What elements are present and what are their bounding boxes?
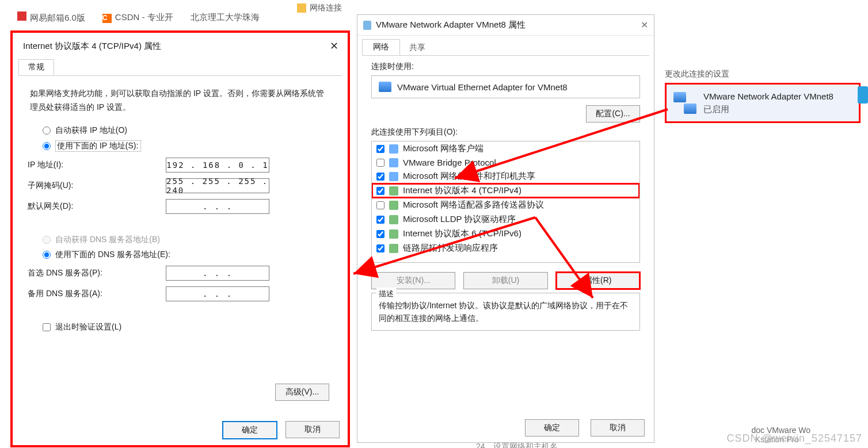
checkbox-validate-on-exit[interactable]: 退出时验证设置(L)	[43, 322, 333, 332]
adapter-name-box: VMware Virtual Ethernet Adapter for VMne…	[371, 75, 640, 98]
list-item[interactable]: Microsoft LLDP 协议驱动程序	[372, 212, 639, 227]
item-label: Internet 协议版本 4 (TCP/IPv4)	[403, 185, 521, 196]
list-item[interactable]: Microsoft 网络客户端	[372, 141, 639, 156]
adapter-state: 已启用	[703, 103, 833, 116]
list-item[interactable]: Internet 协议版本 4 (TCP/IPv4)	[372, 183, 639, 198]
item-checkbox[interactable]	[376, 159, 384, 167]
tab-share[interactable]: 共享	[400, 41, 435, 54]
ok-button[interactable]: 确定	[525, 419, 579, 436]
protocol-icon	[389, 186, 398, 196]
item-checkbox[interactable]	[376, 230, 384, 238]
protocol-icon	[389, 201, 398, 210]
protocol-icon	[389, 215, 398, 224]
item-checkbox[interactable]	[376, 173, 384, 181]
configure-button[interactable]: 配置(C)...	[586, 105, 640, 122]
bg-step-text: 24、设置网络和主机名	[476, 442, 558, 448]
dns2-input[interactable]: . . .	[166, 286, 269, 301]
protocol-icon	[389, 244, 398, 253]
csdn-icon: C	[102, 14, 112, 23]
properties-button[interactable]: 属性(R)	[556, 272, 640, 289]
dns1-input[interactable]: . . .	[166, 266, 269, 281]
item-label: Microsoft 网络客户端	[403, 143, 484, 154]
list-item[interactable]: 链路层拓扑发现响应程序	[372, 241, 639, 255]
folder-icon	[297, 3, 306, 13]
protocol-icon	[389, 229, 398, 239]
ipv4-properties-dialog: Internet 协议版本 4 (TCP/IPv4) 属性 ✕ 常规 如果网络支…	[10, 30, 350, 447]
change-settings-header: 更改此连接的设置	[665, 69, 861, 79]
list-item[interactable]: Internet 协议版本 6 (TCP/IPv6)	[372, 227, 639, 241]
dns2-label: 备用 DNS 服务器(A):	[28, 289, 166, 299]
cancel-button[interactable]: 取消	[285, 421, 340, 438]
install-button[interactable]: 安装(N)...	[371, 272, 455, 289]
item-checkbox[interactable]	[376, 187, 384, 195]
selected-adapter[interactable]: VMware Network Adapter VMnet8 已启用	[665, 83, 861, 123]
radio-auto-dns: 自动获得 DNS 服务器地址(B)	[43, 235, 333, 245]
advanced-button[interactable]: 高级(V)...	[275, 384, 329, 401]
item-checkbox[interactable]	[376, 145, 384, 153]
uninstall-button[interactable]: 卸载(U)	[463, 272, 547, 289]
item-label: Microsoft LLDP 协议驱动程序	[403, 214, 516, 225]
network-adapter-icon	[673, 92, 696, 114]
ipv4-intro-text: 如果网络支持此功能，则可以获取自动指派的 IP 设置。否则，你需要从网络系统管理…	[30, 86, 330, 114]
watermark: CSDN @weixin_52547157	[727, 432, 862, 445]
dns1-label: 首选 DNS 服务器(P):	[28, 268, 166, 278]
ipv4-tabrow: 常规	[18, 59, 342, 76]
ipv4-dialog-title: Internet 协议版本 4 (TCP/IPv4) 属性	[23, 41, 161, 52]
tab-general[interactable]: 常规	[18, 59, 54, 75]
plug-icon	[363, 21, 371, 30]
radio-use-dns[interactable]: 使用下面的 DNS 服务器地址(E):	[43, 250, 333, 260]
tab-mail[interactable]: 网易邮箱6.0版	[17, 12, 85, 24]
description-text: 传输控制协议/Internet 协议。该协议是默认的广域网络协议，用于在不同的相…	[379, 301, 628, 323]
close-icon[interactable]: ✕	[641, 20, 648, 30]
item-label: Microsoft 网络适配器多路传送器协议	[403, 200, 544, 210]
list-item[interactable]: Microsoft 网络适配器多路传送器协议	[372, 198, 639, 212]
protocol-icon	[389, 172, 398, 181]
adapter-name-text: VMware Virtual Ethernet Adapter for VMne…	[397, 82, 568, 92]
close-icon[interactable]: ✕	[330, 40, 338, 52]
mail-icon	[17, 12, 26, 21]
cable-icon	[858, 86, 868, 104]
item-checkbox[interactable]	[376, 244, 384, 252]
subnet-mask-label: 子网掩码(U):	[28, 181, 166, 191]
item-checkbox[interactable]	[376, 201, 384, 209]
item-checkbox[interactable]	[376, 216, 384, 224]
radio-use-ip[interactable]: 使用下面的 IP 地址(S):	[43, 140, 333, 152]
gateway-label: 默认网关(D):	[28, 201, 166, 212]
items-label: 此连接使用下列项目(O):	[371, 127, 640, 137]
subnet-mask-input[interactable]: 255 . 255 . 255 . 240	[166, 178, 269, 193]
ok-button[interactable]: 确定	[222, 421, 277, 439]
browser-tabs: 网易邮箱6.0版 CCSDN - 专业开 北京理工大学珠海	[0, 6, 317, 29]
description-label: 描述	[376, 288, 396, 300]
adapter-properties-window: VMware Network Adapter VMnet8 属性 ✕ 网络 共享…	[357, 14, 654, 443]
network-adapter-icon	[379, 82, 391, 92]
network-connections-header: 网络连接	[297, 3, 342, 13]
item-label: VMware Bridge Protocol	[403, 158, 496, 167]
right-panel: 更改此连接的设置 VMware Network Adapter VMnet8 已…	[665, 69, 861, 123]
list-item[interactable]: VMware Bridge Protocol	[372, 156, 639, 169]
tab-csdn[interactable]: CCSDN - 专业开	[102, 12, 173, 23]
tab-network[interactable]: 网络	[362, 39, 400, 55]
item-label: 链路层拓扑发现响应程序	[403, 243, 498, 254]
adapter-name: VMware Network Adapter VMnet8	[703, 90, 833, 103]
protocol-icon	[389, 144, 398, 154]
protocol-icon	[389, 158, 398, 167]
description-box: 描述 传输控制协议/Internet 协议。该协议是默认的广域网络协议，用于在不…	[371, 293, 640, 331]
connect-using-label: 连接时使用:	[371, 62, 640, 72]
list-item[interactable]: Microsoft 网络的文件和打印机共享	[372, 169, 639, 183]
tab-bj[interactable]: 北京理工大学珠海	[191, 12, 260, 23]
adapter-window-title: VMware Network Adapter VMnet8 属性	[376, 20, 526, 30]
gateway-input[interactable]: . . .	[166, 199, 269, 214]
components-list[interactable]: Microsoft 网络客户端VMware Bridge ProtocolMic…	[371, 141, 640, 263]
item-label: Internet 协议版本 6 (TCP/IPv6)	[403, 228, 521, 239]
radio-auto-ip[interactable]: 自动获得 IP 地址(O)	[43, 125, 333, 136]
item-label: Microsoft 网络的文件和打印机共享	[403, 171, 535, 182]
ip-address-input[interactable]: 192 . 168 . 0 . 1	[166, 158, 269, 173]
ip-address-label: IP 地址(I):	[28, 160, 166, 170]
cancel-button[interactable]: 取消	[591, 419, 645, 436]
